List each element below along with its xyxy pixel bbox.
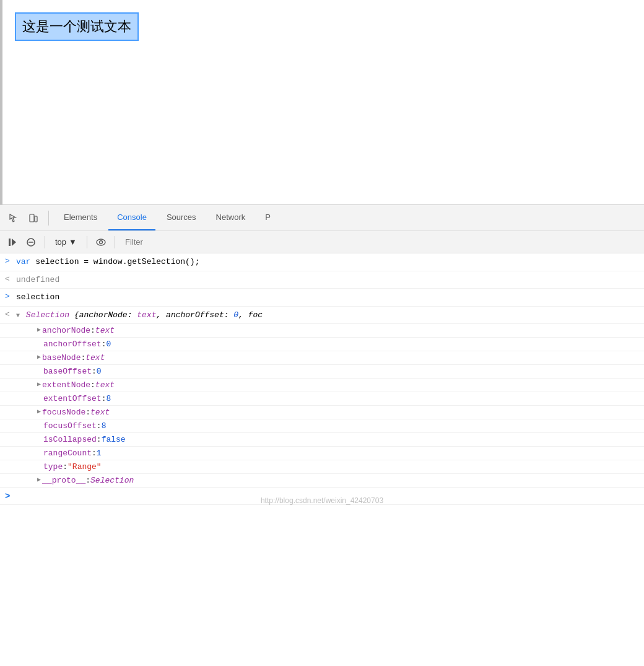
- prop-anchorOffset: anchorOffset: 0: [0, 338, 644, 351]
- prop-focusNode: ▶ focusNode: text: [0, 406, 644, 419]
- output-prefix-1: <: [5, 274, 16, 284]
- prop-baseNode: ▶ baseNode: text: [0, 351, 644, 365]
- proto-expand-arrow[interactable]: ▶: [37, 476, 41, 483]
- console-toolbar: top ▼: [0, 231, 644, 253]
- device-toolbar-icon[interactable]: [25, 209, 42, 227]
- svg-point-6: [97, 239, 105, 245]
- selection-preview: {anchorNode:: [74, 310, 137, 320]
- tab-network[interactable]: Network: [207, 205, 255, 230]
- console-input-prompt[interactable]: >: [0, 488, 644, 505]
- inspect-element-icon[interactable]: [5, 209, 22, 227]
- prop-baseOffset: baseOffset: 0: [0, 365, 644, 379]
- tab-more[interactable]: P: [256, 205, 279, 230]
- prop-extentOffset: extentOffset: 8: [0, 392, 644, 406]
- extentNode-expand-arrow[interactable]: ▶: [37, 380, 41, 388]
- console-line-1-content: var selection = window.getSelection();: [16, 256, 639, 268]
- tab-console[interactable]: Console: [108, 205, 155, 230]
- selection-type-label: Selection: [26, 310, 74, 320]
- page-viewport: 这是一个测试文本: [0, 0, 644, 204]
- svg-rect-2: [9, 239, 11, 246]
- svg-marker-3: [12, 239, 16, 246]
- method-call: window.getSelection();: [94, 257, 200, 266]
- context-selector[interactable]: top ▼: [51, 236, 80, 248]
- prop-proto: ▶ __proto__: Selection: [0, 474, 644, 488]
- anchorNode-expand-arrow[interactable]: ▶: [37, 326, 41, 333]
- console-line-4: < ▼ Selection {anchorNode: text, anchorO…: [0, 307, 644, 325]
- toolbar-divider-3: [115, 236, 115, 248]
- context-arrow-icon: ▼: [69, 237, 77, 247]
- toolbar-divider-1: [45, 236, 45, 248]
- preserve-log-icon[interactable]: [94, 235, 108, 250]
- svg-rect-1: [35, 216, 37, 222]
- devtools-panel: Elements Console Sources Network P: [0, 204, 644, 666]
- context-label: top: [55, 237, 66, 247]
- console-bottom-area: > http://blog.csdn.net/weixin_42420703: [0, 488, 644, 505]
- devtools-tab-bar: Elements Console Sources Network P: [0, 205, 644, 231]
- tab-elements[interactable]: Elements: [55, 205, 106, 230]
- svg-rect-0: [30, 214, 34, 222]
- prop-type: type: "Range": [0, 460, 644, 474]
- prop-focusOffset: focusOffset: 8: [0, 419, 644, 433]
- console-line-4-content: ▼ Selection {anchorNode: text, anchorOff…: [16, 309, 639, 322]
- output-prefix-2: <: [5, 309, 16, 319]
- filter-input[interactable]: [121, 236, 639, 248]
- console-line-3: > selection: [0, 289, 644, 307]
- baseNode-expand-arrow[interactable]: ▶: [37, 353, 41, 361]
- console-line-2-content: undefined: [16, 274, 639, 286]
- input-prefix-2: >: [5, 291, 16, 301]
- run-script-icon[interactable]: [5, 235, 20, 250]
- prop-rangeCount: rangeCount: 1: [0, 447, 644, 460]
- selection-expand-arrow[interactable]: ▼: [16, 312, 20, 319]
- console-output-area: > var selection = window.getSelection();…: [0, 253, 644, 666]
- console-line-1: > var selection = window.getSelection();: [0, 253, 644, 271]
- keyword-var: var: [16, 257, 35, 266]
- prop-anchorNode: ▶ anchorNode: text: [0, 324, 644, 338]
- bottom-prompt-icon: >: [5, 491, 10, 501]
- prop-extentNode: ▶ extentNode: text: [0, 379, 644, 392]
- toolbar-divider-2: [87, 236, 87, 248]
- clear-console-icon[interactable]: [24, 235, 38, 250]
- prop-isCollapsed: isCollapsed: false: [0, 433, 644, 447]
- tab-sources[interactable]: Sources: [158, 205, 205, 230]
- svg-point-7: [99, 240, 102, 243]
- tab-divider-1: [48, 211, 49, 226]
- input-prefix-1: >: [5, 256, 16, 266]
- selected-text-display: 这是一个测试文本: [15, 12, 139, 41]
- console-line-3-content: selection: [16, 291, 639, 304]
- focusNode-expand-arrow[interactable]: ▶: [37, 408, 41, 415]
- console-line-2: < undefined: [0, 271, 644, 289]
- var-name: selection: [35, 257, 79, 266]
